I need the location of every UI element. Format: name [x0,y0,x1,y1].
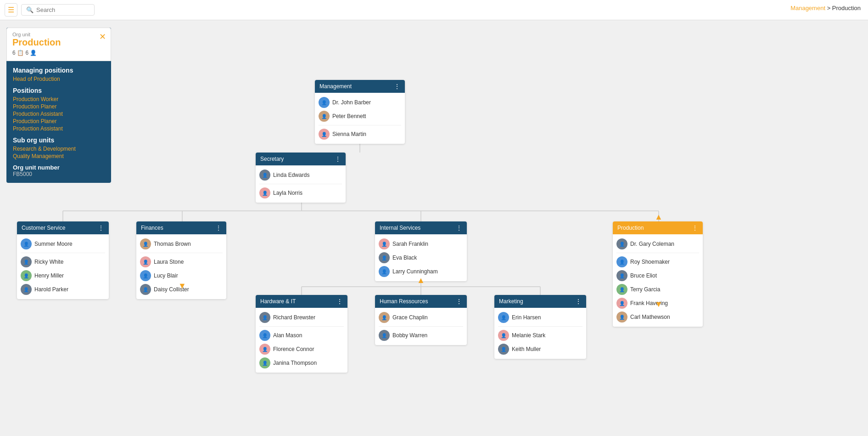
customer-service-card: Customer Service ⋮ 👤 Summer Moore 👤 Rick… [17,221,109,299]
person-row: 👤 Roy Shoemaker [616,255,699,269]
avatar: 👤 [319,129,330,140]
internal-services-menu-icon[interactable]: ⋮ [456,224,462,232]
side-panel-body: Managing positions Head of Production Po… [6,61,111,183]
secretary-card-body: 👤 Linda Edwards 👤 Layla Norris [256,165,346,203]
production-body: 👤 Dr. Gary Coleman 👤 Roy Shoemaker 👤 Bru… [613,234,703,327]
sub-org-link-2[interactable]: Quality Management [13,153,105,159]
person-row: 👤 Eva Black [379,251,463,265]
avatar: 👤 [259,170,270,181]
menu-button[interactable]: ☰ [5,3,17,17]
divider [259,184,342,184]
person-name: Carl Mathewson [630,314,670,320]
production-card: Production ⋮ 👤 Dr. Gary Coleman 👤 Roy Sh… [613,221,703,327]
managing-position-link-1[interactable]: Head of Production [13,76,105,82]
avatar: 👤 [319,97,330,108]
internal-services-body: 👤 Sarah Franklin 👤 Eva Black 👤 Larry Cun… [375,234,467,281]
production-arrow-up[interactable]: ▲ [654,212,663,222]
person-row: 👤 Melanie Stark [498,328,582,342]
person-name: Dr. Gary Coleman [630,241,674,247]
breadcrumb-parent[interactable]: Management [790,5,825,11]
management-card-body: 👤 Dr. John Barber 👤 Peter Bennett 👤 Sien… [315,93,405,144]
avatar: 👤 [21,256,32,267]
person-name: Sienna Martin [332,131,366,137]
secretary-menu-icon[interactable]: ⋮ [335,155,341,163]
person-row: 👤 Dr. Gary Coleman [616,237,699,251]
person-row: 👤 Thomas Brown [140,237,223,251]
avatar: 👤 [379,312,390,323]
person-row: 👤 Peter Bennett [319,109,401,123]
divider [379,326,463,327]
person-row: 👤 Bobby Warren [379,328,463,342]
finances-arrow-down[interactable]: ▼ [178,281,187,291]
internal-services-arrow-up[interactable]: ▲ [416,276,426,285]
finances-menu-icon[interactable]: ⋮ [215,224,222,232]
secretary-card: Secretary ⋮ 👤 Linda Edwards 👤 Layla Norr… [256,153,346,203]
position-link-1[interactable]: Production Worker [13,96,105,102]
person-name: Harold Parker [34,286,68,293]
avatar: 👤 [498,330,509,341]
avatar: 👤 [259,330,270,341]
position-link-2[interactable]: Production Planer [13,103,105,110]
org-unit-stats: 6 📋 6 👤 [12,50,105,56]
person-name: Henry Miller [34,272,64,279]
hardware-it-card: Hardware & IT ⋮ 👤 Richard Brewster 👤 Ala… [256,295,347,373]
person-row: 👤 Dr. John Barber [319,96,401,109]
person-row: 👤 Ricky White [21,255,105,269]
avatar: 👤 [616,270,627,281]
person-name: Roy Shoemaker [630,259,670,265]
human-resources-menu-icon[interactable]: ⋮ [456,298,462,305]
avatar: 👤 [379,252,390,263]
marketing-header: Marketing ⋮ [494,295,586,308]
divider [319,125,401,125]
avatar: 👤 [259,187,270,198]
person-name: Summer Moore [34,241,73,247]
avatar: 👤 [616,238,627,249]
avatar: 👤 [319,111,330,122]
org-unit-label: Org unit [12,32,105,37]
divider [616,253,699,253]
human-resources-title: Human Ressources [380,298,428,305]
management-menu-icon[interactable]: ⋮ [394,83,400,90]
human-resources-card: Human Ressources ⋮ 👤 Grace Chaplin 👤 Bob… [375,295,467,345]
avatar: 👤 [498,344,509,355]
position-link-5[interactable]: Production Assistant [13,125,105,132]
canvas-inner: Org unit Production 6 📋 6 👤 ✕ Managing p… [0,20,868,436]
avatar: 👤 [140,238,151,249]
position-link-4[interactable]: Production Planer [13,118,105,125]
person-row: 👤 Keith Muller [498,342,582,356]
topbar: ☰ 🔍 Management > Production [0,0,868,20]
person-row: 👤 Layla Norris [259,186,342,200]
person-name: Grace Chaplin [392,314,428,321]
hardware-it-menu-icon[interactable]: ⋮ [336,298,343,305]
production-menu-icon[interactable]: ⋮ [692,224,698,232]
sub-org-link-1[interactable]: Research & Development [13,146,105,152]
search-box: 🔍 [21,4,95,16]
human-resources-body: 👤 Grace Chaplin 👤 Bobby Warren [375,308,467,345]
close-button[interactable]: ✕ [99,32,106,42]
positions-title: Positions [13,87,105,94]
org-unit-number: FB5000 [13,171,105,177]
marketing-menu-icon[interactable]: ⋮ [575,298,582,305]
person-name: Florence Connor [273,346,314,352]
management-card: Management ⋮ 👤 Dr. John Barber 👤 Peter B… [315,80,405,144]
avatar: 👤 [259,312,270,323]
customer-service-body: 👤 Summer Moore 👤 Ricky White 👤 Henry Mil… [17,234,109,299]
internal-services-card: Internal Services ⋮ 👤 Sarah Franklin 👤 E… [375,221,467,281]
position-link-3[interactable]: Production Assistant [13,111,105,117]
avatar: 👤 [140,270,151,281]
managing-positions-title: Managing positions [13,67,105,74]
avatar: 👤 [379,238,390,249]
avatar: 👤 [140,284,151,295]
person-name: Linda Edwards [273,172,309,178]
production-arrow-down[interactable]: ▼ [654,300,663,309]
internal-services-header: Internal Services ⋮ [375,221,467,234]
canvas: Org unit Production 6 📋 6 👤 ✕ Managing p… [0,20,868,436]
person-name: Alan Mason [273,332,302,339]
search-input[interactable] [36,6,91,13]
person-row: 👤 Sienna Martin [319,127,401,141]
hardware-it-header: Hardware & IT ⋮ [256,295,347,308]
person-row: 👤 Richard Brewster [259,311,344,324]
person-row: 👤 Summer Moore [21,237,105,251]
customer-service-menu-icon[interactable]: ⋮ [98,224,104,232]
management-title: Management [319,83,352,90]
